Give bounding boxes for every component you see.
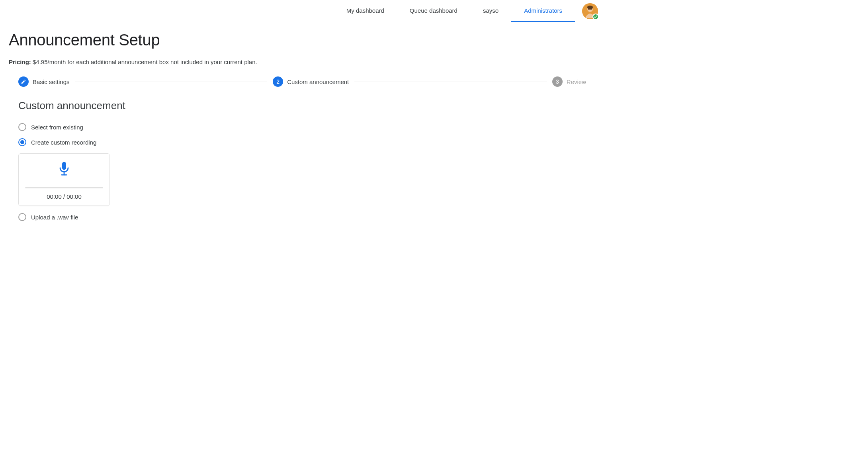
step-custom-announcement[interactable]: 2 Custom announcement	[273, 76, 349, 87]
stepper: Basic settings 2 Custom announcement 3 R…	[18, 76, 586, 87]
option-select-existing[interactable]: Select from existing	[18, 123, 154, 131]
user-avatar[interactable]	[582, 3, 598, 19]
page-title: Announcement Setup	[9, 31, 593, 49]
step-label: Review	[567, 78, 586, 85]
recording-progress[interactable]	[25, 187, 103, 188]
radio-icon	[18, 138, 26, 146]
step-label: Basic settings	[33, 78, 70, 85]
nav-administrators[interactable]: Administrators	[511, 0, 575, 22]
step-review[interactable]: 3 Review	[552, 76, 586, 87]
top-nav: My dashboard Queue dashboard sayso Admin…	[334, 0, 575, 22]
pricing-text: $4.95/month for each additional announce…	[33, 59, 257, 65]
microphone-icon[interactable]	[58, 161, 70, 178]
nav-my-dashboard[interactable]: My dashboard	[334, 0, 397, 22]
nav-sayso[interactable]: sayso	[470, 0, 511, 22]
option-upload-wav[interactable]: Upload a .wav file	[18, 213, 154, 221]
svg-rect-2	[62, 162, 66, 170]
pricing-label: Pricing:	[9, 59, 31, 65]
recording-options: Select from existing Create custom recor…	[18, 123, 154, 221]
main-content: Announcement Setup Pricing: $4.95/month …	[0, 22, 602, 237]
section-title: Custom announcement	[18, 100, 593, 112]
recording-time: 00:00 / 00:00	[47, 193, 82, 200]
radio-icon	[18, 213, 26, 221]
option-label: Select from existing	[31, 124, 83, 131]
step-divider	[75, 82, 268, 82]
step-basic-settings[interactable]: Basic settings	[18, 76, 70, 87]
radio-icon	[18, 123, 26, 131]
option-label: Create custom recording	[31, 139, 96, 146]
pricing-line: Pricing: $4.95/month for each additional…	[9, 59, 593, 65]
pencil-icon	[18, 76, 29, 87]
option-label: Upload a .wav file	[31, 214, 78, 221]
nav-queue-dashboard[interactable]: Queue dashboard	[397, 0, 470, 22]
option-create-custom[interactable]: Create custom recording	[18, 138, 154, 146]
step-number-icon: 3	[552, 76, 563, 87]
top-bar: My dashboard Queue dashboard sayso Admin…	[0, 0, 602, 22]
step-divider	[354, 82, 547, 82]
status-check-icon	[592, 14, 599, 20]
step-label: Custom announcement	[287, 78, 349, 85]
step-number-icon: 2	[273, 76, 283, 87]
recorder-card: 00:00 / 00:00	[18, 153, 110, 206]
